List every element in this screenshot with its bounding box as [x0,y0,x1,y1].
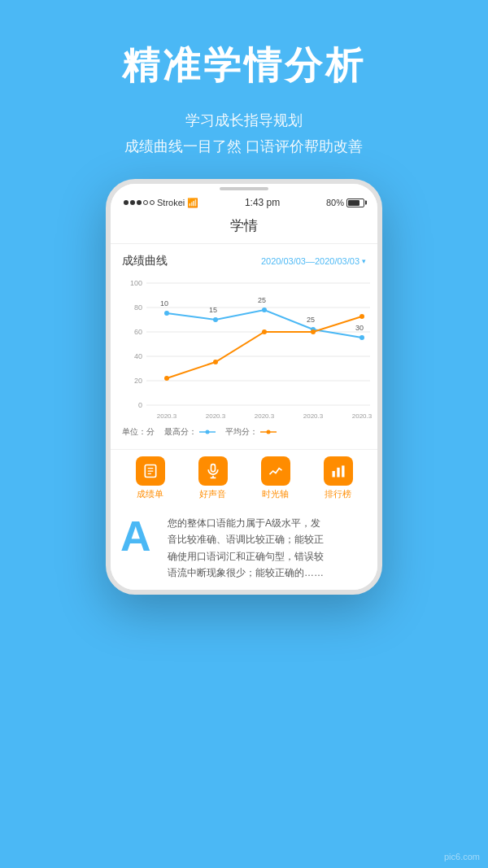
svg-text:20: 20 [134,377,142,385]
avg-legend: 平均分： [225,426,277,438]
notch-area [111,184,377,190]
svg-text:2020.3: 2020.3 [157,412,177,420]
svg-rect-30 [342,465,344,477]
carrier-name: Strokei [157,198,185,207]
avg-score-line [167,316,362,378]
sub-title-line2: 成绩曲线一目了然 口语评价帮助改善 [16,133,472,159]
max-legend-label: 最高分： [164,426,197,438]
voice-icon [198,456,228,486]
max-label-4: 25 [307,316,315,324]
unit-label: 单位：分 [122,426,155,438]
max-dot-3 [262,308,267,312]
svg-point-18 [206,430,210,434]
main-title: 精准学情分析 [16,41,472,91]
avg-legend-icon [260,429,277,435]
max-legend: 最高分： [164,426,216,438]
svg-text:2020.3: 2020.3 [352,412,373,420]
svg-text:0: 0 [138,401,142,409]
chart-legend: 单位：分 最高分： 平均分： [122,425,366,441]
max-dot-1 [164,311,169,316]
svg-rect-25 [211,465,215,472]
battery-icon [346,198,364,207]
svg-point-20 [267,430,271,434]
content-line4: 语流中断现象很少；能较正确的…… [168,565,324,581]
nav-item-report[interactable]: 成绩单 [136,456,165,500]
max-label-1: 10 [160,299,168,308]
signal-dots [124,200,155,205]
battery-fill [348,200,359,206]
avg-legend-label: 平均分： [225,426,258,438]
svg-rect-29 [337,468,339,478]
svg-rect-28 [332,471,334,478]
status-right: 80% [326,198,364,207]
svg-text:100: 100 [130,279,142,287]
svg-text:60: 60 [134,328,142,336]
screen-title: 学情 [111,216,377,235]
avg-dot-4 [311,329,316,334]
phone-header: 学情 [111,212,377,244]
chart-header: 成绩曲线 2020/03/03—2020/03/03 ▾ [122,254,366,268]
timeline-icon [261,456,290,486]
dot3 [137,200,142,205]
nav-label-ranking: 排行榜 [325,488,351,500]
max-label-2: 15 [209,306,217,314]
max-dot-5 [359,335,364,340]
avg-dot-2 [213,360,218,364]
avg-dot-5 [359,314,364,319]
content-line1: 您的整体口语能力属于A级水平，发 [168,515,324,531]
battery-percent: 80% [326,198,344,207]
status-bar: Strokei 📶 1:43 pm 80% [111,190,377,212]
grade-display: A [120,515,159,557]
bottom-nav: 成绩单 好声音 时光轴 排行榜 [111,449,377,507]
chart-section: 成绩曲线 2020/03/03—2020/03/03 ▾ 100 80 [111,244,377,449]
watermark: pic6.com [444,852,480,861]
svg-text:2020.3: 2020.3 [206,412,226,420]
status-left: Strokei 📶 [124,198,198,208]
nav-item-timeline[interactable]: 时光轴 [261,456,290,500]
status-time: 1:43 pm [245,197,280,208]
sub-title-line1: 学习成长指导规划 [16,107,472,133]
nav-item-voice[interactable]: 好声音 [198,456,228,500]
wifi-icon: 📶 [187,198,198,208]
chevron-down-icon: ▾ [362,257,366,265]
dot4 [143,200,148,205]
top-section: 精准学情分析 学习成长指导规划 成绩曲线一目了然 口语评价帮助改善 [0,0,488,193]
dot2 [130,200,135,205]
max-label-5: 30 [355,324,364,332]
report-icon [136,456,165,486]
max-legend-icon [199,429,216,435]
svg-text:80: 80 [134,303,142,312]
avg-dot-1 [164,376,169,381]
max-dot-2 [213,317,218,322]
nav-label-report: 成绩单 [137,488,163,500]
phone-mockup: Strokei 📶 1:43 pm 80% 学情 成绩曲线 2020/03/03… [106,179,382,595]
notch-bar [220,187,268,190]
svg-text:2020.3: 2020.3 [303,412,324,420]
nav-item-ranking[interactable]: 排行榜 [324,456,353,500]
content-line2: 音比较准确、语调比较正确；能较正 [168,531,324,547]
max-label-3: 25 [258,296,266,304]
nav-label-voice: 好声音 [199,488,226,500]
date-range-text: 2020/03/03—2020/03/03 [261,256,359,266]
ranking-icon [324,456,353,486]
svg-text:2020.3: 2020.3 [255,412,275,420]
sub-title: 学习成长指导规划 成绩曲线一目了然 口语评价帮助改善 [16,107,472,160]
svg-text:40: 40 [134,352,142,360]
dot1 [124,200,129,205]
content-line3: 确使用口语词汇和正确句型，错误较 [168,548,324,565]
avg-dot-3 [262,329,267,334]
chart-wrapper: 100 80 60 40 20 0 [122,275,366,441]
line-chart: 100 80 60 40 20 0 [122,275,374,421]
content-section: A 您的整体口语能力属于A级水平，发 音比较准确、语调比较正确；能较正 确使用口… [111,507,377,590]
nav-label-timeline: 时光轴 [262,488,289,500]
content-text: 您的整体口语能力属于A级水平，发 音比较准确、语调比较正确；能较正 确使用口语词… [168,515,324,582]
date-range[interactable]: 2020/03/03—2020/03/03 ▾ [261,256,366,266]
chart-title: 成绩曲线 [122,254,168,268]
dot5 [150,200,155,205]
